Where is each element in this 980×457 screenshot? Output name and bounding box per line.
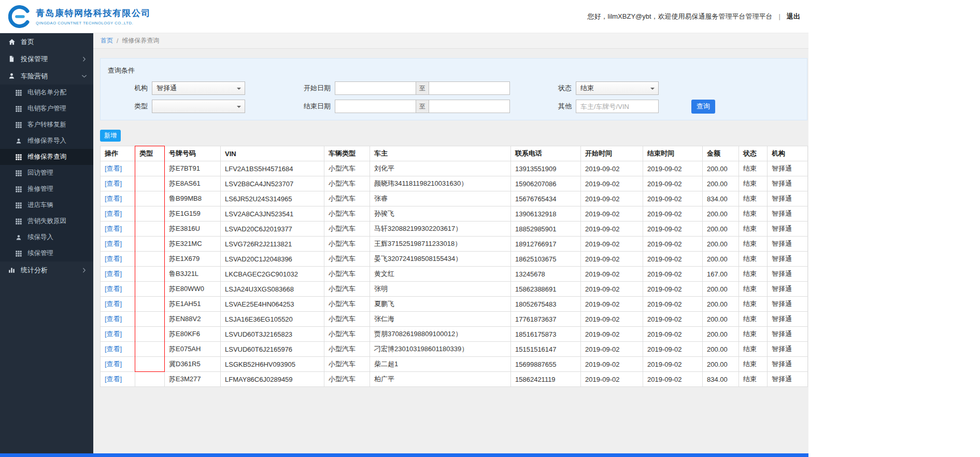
view-link[interactable]: [查看] <box>105 375 122 383</box>
cell-phone: 15676765434 <box>511 191 581 206</box>
sidebar-item-label: 续保管理 <box>27 249 53 258</box>
start-date-to-addon: 至 <box>416 81 429 95</box>
view-link[interactable]: [查看] <box>105 240 122 247</box>
sidebar-item-0[interactable]: 首页 <box>0 33 93 50</box>
search-button[interactable]: 查询 <box>691 100 715 114</box>
cell-amount: 200.00 <box>703 252 739 267</box>
cell-type <box>135 312 165 327</box>
view-link[interactable]: [查看] <box>105 300 122 308</box>
sidebar-item-5[interactable]: 客户转移复新 <box>0 117 93 133</box>
view-link[interactable]: [查看] <box>105 164 122 172</box>
cell-phone: 15862388691 <box>511 282 581 297</box>
logout-link[interactable]: 退出 <box>787 12 800 21</box>
view-link[interactable]: [查看] <box>105 315 122 323</box>
cell-start_time: 2019-09-02 <box>581 191 643 206</box>
cell-type <box>135 176 165 191</box>
view-link[interactable]: [查看] <box>105 179 122 187</box>
cell-amount: 834.00 <box>703 191 739 206</box>
cell-vin: LKCBAGEC2GC901032 <box>221 267 324 282</box>
cell-action: [查看] <box>101 161 135 176</box>
type-select[interactable] <box>152 100 245 113</box>
column-header-6: 联系电话 <box>511 146 581 161</box>
sidebar-item-9[interactable]: 推修管理 <box>0 181 93 197</box>
view-link[interactable]: [查看] <box>105 210 122 217</box>
cell-owner: 黄文红 <box>370 267 511 282</box>
sidebar-item-13[interactable]: 续保管理 <box>0 245 93 261</box>
table-row: [查看]苏E7BT91LFV2A1BS5H4571684小型汽车刘化平13913… <box>101 161 808 176</box>
cell-vin: LSVAE25E4HN064253 <box>221 297 324 312</box>
table-row: [查看]苏E80KF6LSVUD60T3J2165823小型汽车贾朋370826… <box>101 327 808 342</box>
start-date-to-input[interactable] <box>429 81 510 95</box>
sidebar-item-label: 维修保养导入 <box>27 136 66 145</box>
column-header-9: 金额 <box>703 146 739 161</box>
cell-plate: 鲁B99MB8 <box>165 191 221 206</box>
add-button[interactable]: 新增 <box>100 130 121 142</box>
cell-vehicle_type: 小型汽车 <box>324 327 370 342</box>
cell-vehicle_type: 小型汽车 <box>324 191 370 206</box>
cell-action: [查看] <box>101 191 135 206</box>
cell-type <box>135 327 165 342</box>
cell-phone: 15151516147 <box>511 342 581 357</box>
sidebar-item-7[interactable]: 维修保养查询 <box>0 149 93 165</box>
cell-org: 智择通 <box>768 206 808 221</box>
sidebar-item-11[interactable]: 营销失败原因 <box>0 213 93 229</box>
grid-icon <box>14 218 23 225</box>
query-panel-title: 查询条件 <box>101 63 807 81</box>
chevron-down-icon <box>82 74 86 79</box>
view-link[interactable]: [查看] <box>105 195 122 202</box>
sidebar-item-6[interactable]: 维修保养导入 <box>0 133 93 149</box>
sidebar-item-1[interactable]: 投保管理 <box>0 50 93 67</box>
table-row: [查看]苏E075AHLSVUD60T6J2165976小型汽车刁宏博23010… <box>101 342 808 357</box>
table-row: [查看]鲁B99MB8LS6JR52U24S314965小型汽车张睿156767… <box>101 191 808 206</box>
sidebar-item-8[interactable]: 回访管理 <box>0 165 93 181</box>
cell-vin: LFMAY86C6J0289459 <box>221 372 324 387</box>
sidebar-item-4[interactable]: 电销客户管理 <box>0 101 93 117</box>
start-date-from-input[interactable] <box>335 81 416 95</box>
cell-start_time: 2019-09-02 <box>581 282 643 297</box>
cell-org: 智择通 <box>768 297 808 312</box>
cell-action: [查看] <box>101 342 135 357</box>
end-date-from-input[interactable] <box>335 100 416 113</box>
cell-status: 结束 <box>739 327 768 342</box>
cell-org: 智择通 <box>768 252 808 267</box>
cell-owner: 张仁海 <box>370 312 511 327</box>
horizontal-scrollbar-thumb[interactable] <box>0 453 808 457</box>
other-search-input[interactable] <box>576 100 659 113</box>
cell-end_time: 2019-09-02 <box>643 297 703 312</box>
view-link[interactable]: [查看] <box>105 285 122 293</box>
cell-action: [查看] <box>101 372 135 387</box>
app-window: 青岛康特网络科技有限公司 QINGDAO COUNTNET TECHNOLOGY… <box>0 0 808 457</box>
breadcrumb-home-link[interactable]: 首页 <box>101 36 113 45</box>
view-link[interactable]: [查看] <box>105 330 122 338</box>
sidebar-item-14[interactable]: 统计分析 <box>0 261 93 279</box>
sidebar-item-12[interactable]: 续保导入 <box>0 229 93 245</box>
view-link[interactable]: [查看] <box>105 225 122 232</box>
end-date-to-input[interactable] <box>429 100 510 113</box>
cell-phone: 13906132918 <box>511 206 581 221</box>
view-link[interactable]: [查看] <box>105 270 122 278</box>
status-select[interactable]: 结束 <box>576 81 659 95</box>
view-link[interactable]: [查看] <box>105 360 122 368</box>
cell-vin: LSVAD20C6J2019377 <box>221 221 324 237</box>
org-select[interactable]: 智择通 <box>152 81 245 95</box>
cell-amount: 200.00 <box>703 161 739 176</box>
view-link[interactable]: [查看] <box>105 255 122 262</box>
grid-icon <box>14 106 23 112</box>
column-header-3: VIN <box>221 146 324 161</box>
view-link[interactable]: [查看] <box>105 345 122 353</box>
sidebar-item-3[interactable]: 电销名单分配 <box>0 85 93 101</box>
sidebar-item-10[interactable]: 进店车辆 <box>0 197 93 213</box>
cell-amount: 834.00 <box>703 372 739 387</box>
cell-amount: 200.00 <box>703 282 739 297</box>
cell-vehicle_type: 小型汽车 <box>324 221 370 237</box>
cell-status: 结束 <box>739 206 768 221</box>
cell-amount: 200.00 <box>703 221 739 237</box>
cell-org: 智择通 <box>768 372 808 387</box>
cell-type <box>135 267 165 282</box>
cell-type <box>135 357 165 372</box>
sidebar-item-2[interactable]: 车险营销 <box>0 67 93 85</box>
chart-icon <box>7 267 16 273</box>
cell-vin: LFV2A1BS5H4571684 <box>221 161 324 176</box>
cell-end_time: 2019-09-02 <box>643 372 703 387</box>
cell-status: 结束 <box>739 297 768 312</box>
